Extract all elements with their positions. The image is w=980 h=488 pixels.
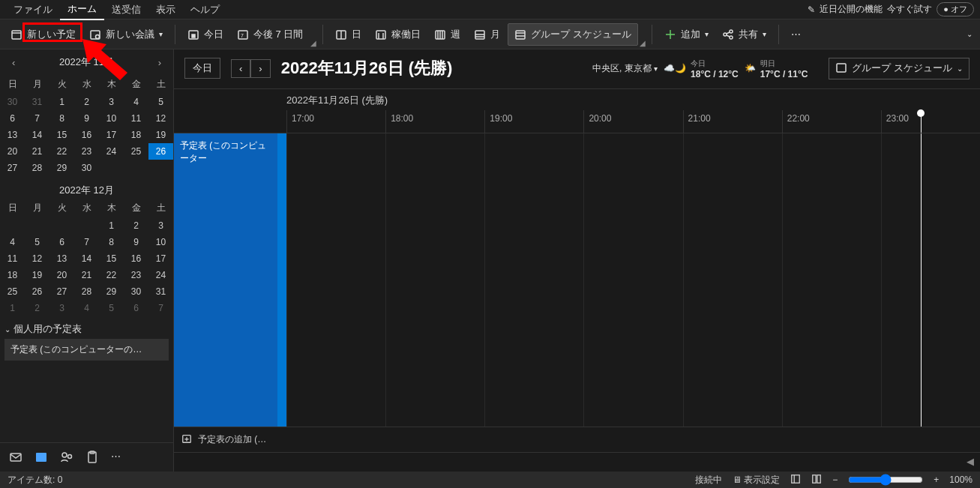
calendar-day[interactable]: 24 xyxy=(148,267,173,283)
tasks-icon[interactable] xyxy=(85,451,99,464)
calendar-day[interactable]: 31 xyxy=(148,283,173,300)
calendar-day[interactable] xyxy=(148,160,173,176)
calendar-day[interactable]: 7 xyxy=(74,234,99,250)
calendar-day[interactable]: 29 xyxy=(49,160,74,176)
share-button[interactable]: 共有▾ xyxy=(716,23,772,46)
calendar-day[interactable]: 1 xyxy=(0,300,25,316)
calendar-day[interactable]: 31 xyxy=(25,94,49,110)
menu-help[interactable]: ヘルプ xyxy=(183,0,227,19)
calendar-day[interactable]: 10 xyxy=(99,110,124,127)
next-7-days-button[interactable]: 7 今後 7 日間 xyxy=(231,23,309,46)
group-schedule-dropdown[interactable]: グループ スケジュール⌄ xyxy=(829,58,970,79)
time-cell[interactable] xyxy=(583,133,682,427)
calendar-day[interactable]: 27 xyxy=(49,283,74,300)
calendar-day[interactable]: 2 xyxy=(74,94,99,110)
calendar-day[interactable]: 20 xyxy=(49,267,74,283)
more-nav-icon[interactable]: ⋯ xyxy=(111,451,124,464)
calendar-day[interactable]: 15 xyxy=(49,127,74,143)
calendar-day[interactable]: 14 xyxy=(74,250,99,267)
zoom-level[interactable]: 100% xyxy=(949,475,973,485)
personal-calendars-header[interactable]: ⌄個人用の予定表 xyxy=(4,322,169,336)
calendar-item[interactable]: 予定表 (このコンピューターの… xyxy=(4,339,169,361)
prev-month-button[interactable]: ‹ xyxy=(7,55,19,70)
calendar-day[interactable]: 23 xyxy=(124,267,148,283)
mail-icon[interactable] xyxy=(9,451,22,464)
week-view-button[interactable]: 週 xyxy=(428,23,466,46)
time-cell[interactable] xyxy=(683,133,782,427)
try-now-label[interactable]: 今すぐ試す xyxy=(887,3,932,16)
calendar-day[interactable]: 20 xyxy=(0,143,25,160)
calendar-day[interactable]: 28 xyxy=(25,160,49,176)
people-icon[interactable] xyxy=(60,451,73,464)
calendar-day[interactable]: 5 xyxy=(99,300,124,316)
calendar-day[interactable]: 30 xyxy=(124,283,148,300)
calendar-day[interactable] xyxy=(49,217,74,234)
calendar-day[interactable]: 10 xyxy=(148,234,173,250)
calendar-day[interactable]: 13 xyxy=(0,127,25,143)
calendar-day[interactable]: 17 xyxy=(99,127,124,143)
calendar-day[interactable] xyxy=(0,217,25,234)
dialog-launcher-icon[interactable]: ◢ xyxy=(310,39,316,49)
next-day-button[interactable]: › xyxy=(250,59,270,78)
prev-day-button[interactable]: ‹ xyxy=(231,59,250,78)
calendar-day[interactable]: 14 xyxy=(25,127,49,143)
goto-today-button[interactable]: 今日 xyxy=(184,58,220,79)
calendar-day[interactable]: 28 xyxy=(74,283,99,300)
time-cell[interactable] xyxy=(484,133,583,427)
add-button[interactable]: 追加▾ xyxy=(658,23,715,46)
calendar-day[interactable]: 11 xyxy=(124,110,148,127)
calendar-day[interactable]: 3 xyxy=(148,217,173,234)
display-settings-button[interactable]: 🖥 表示設定 xyxy=(733,474,780,487)
calendar-day[interactable]: 6 xyxy=(49,234,74,250)
calendar-day[interactable]: 5 xyxy=(148,94,173,110)
calendar-day[interactable]: 23 xyxy=(74,143,99,160)
time-cell[interactable] xyxy=(782,133,881,427)
calendar-day[interactable]: 1 xyxy=(49,94,74,110)
calendar-day[interactable]: 22 xyxy=(99,267,124,283)
calendar-day[interactable]: 3 xyxy=(99,94,124,110)
calendar-day[interactable]: 3 xyxy=(49,300,74,316)
calendar-day[interactable]: 4 xyxy=(124,94,148,110)
menu-view[interactable]: 表示 xyxy=(148,0,183,19)
calendar-day[interactable]: 19 xyxy=(148,127,173,143)
calendar-day[interactable]: 15 xyxy=(99,250,124,267)
calendar-icon[interactable] xyxy=(34,451,48,464)
time-cell[interactable] xyxy=(385,133,484,427)
calendar-day[interactable] xyxy=(124,160,148,176)
calendar-day[interactable]: 22 xyxy=(49,143,74,160)
calendar-day[interactable]: 7 xyxy=(148,300,173,316)
calendar-day[interactable]: 9 xyxy=(74,110,99,127)
new-appointment-button[interactable]: 新しい予定 xyxy=(4,23,82,46)
coming-soon-label[interactable]: 近日公開の機能 xyxy=(820,3,883,16)
calendar-day[interactable] xyxy=(74,217,99,234)
location-label[interactable]: 中央区, 東京都 ▾ xyxy=(592,62,658,75)
group-schedule-button[interactable]: グループ スケジュール xyxy=(508,23,638,46)
calendar-day[interactable]: 8 xyxy=(99,234,124,250)
calendar-day[interactable]: 25 xyxy=(0,283,25,300)
calendar-day[interactable]: 2 xyxy=(124,217,148,234)
calendar-day[interactable]: 1 xyxy=(99,217,124,234)
normal-view-icon[interactable] xyxy=(790,474,801,487)
calendar-day[interactable]: 2 xyxy=(25,300,49,316)
calendar-day[interactable]: 19 xyxy=(25,267,49,283)
calendar-day[interactable]: 6 xyxy=(0,110,25,127)
calendar-day[interactable]: 4 xyxy=(0,234,25,250)
reading-view-icon[interactable] xyxy=(811,474,822,487)
dialog-launcher-icon[interactable]: ◢ xyxy=(640,39,646,49)
calendar-day[interactable]: 5 xyxy=(25,234,49,250)
next-month-button[interactable]: › xyxy=(154,55,166,70)
calendar-day[interactable]: 9 xyxy=(124,234,148,250)
mini-calendar-dec[interactable]: 日月火水木金土 12345678910111213141516171819202… xyxy=(0,199,173,316)
menu-sendrecv[interactable]: 送受信 xyxy=(104,0,148,19)
calendar-day[interactable]: 21 xyxy=(25,143,49,160)
calendar-day[interactable]: 21 xyxy=(74,267,99,283)
calendar-day[interactable]: 13 xyxy=(49,250,74,267)
month-view-button[interactable]: 月 xyxy=(468,23,506,46)
day-view-button[interactable]: 日 xyxy=(329,23,367,46)
calendar-day[interactable]: 29 xyxy=(99,283,124,300)
calendar-day[interactable]: 6 xyxy=(124,300,148,316)
calendar-day[interactable]: 7 xyxy=(25,110,49,127)
calendar-day[interactable]: 30 xyxy=(74,160,99,176)
calendar-day[interactable]: 24 xyxy=(99,143,124,160)
more-button[interactable]: ⋯ xyxy=(785,23,807,46)
